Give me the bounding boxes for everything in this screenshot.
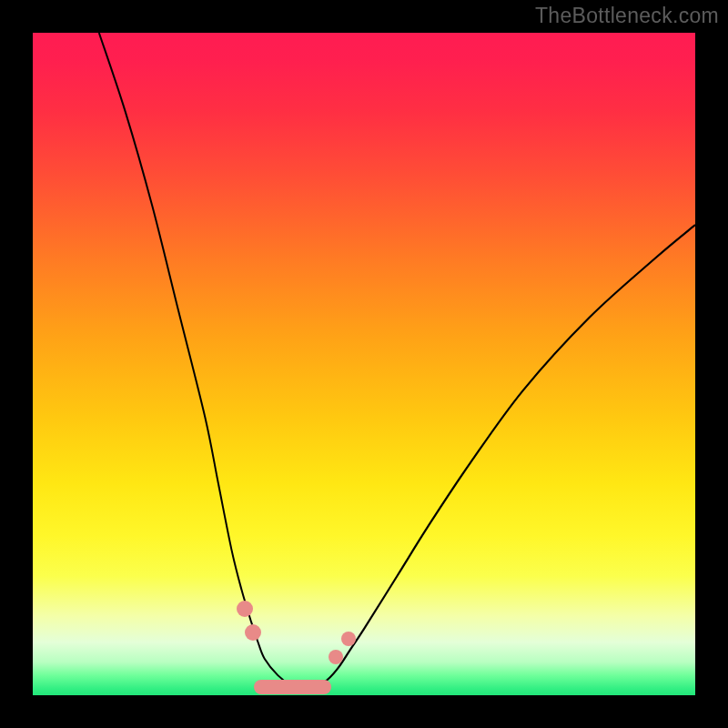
chart-container: TheBottleneck.com xyxy=(0,0,728,728)
curve-layer xyxy=(33,33,695,695)
optimal-dot xyxy=(245,624,261,641)
optimal-dot xyxy=(341,632,356,646)
left-bottleneck-curve xyxy=(99,33,305,689)
optimal-bottom-bar xyxy=(254,680,331,694)
right-bottleneck-curve xyxy=(304,225,695,689)
plot-area xyxy=(33,33,695,695)
watermark-text: TheBottleneck.com xyxy=(535,4,719,28)
